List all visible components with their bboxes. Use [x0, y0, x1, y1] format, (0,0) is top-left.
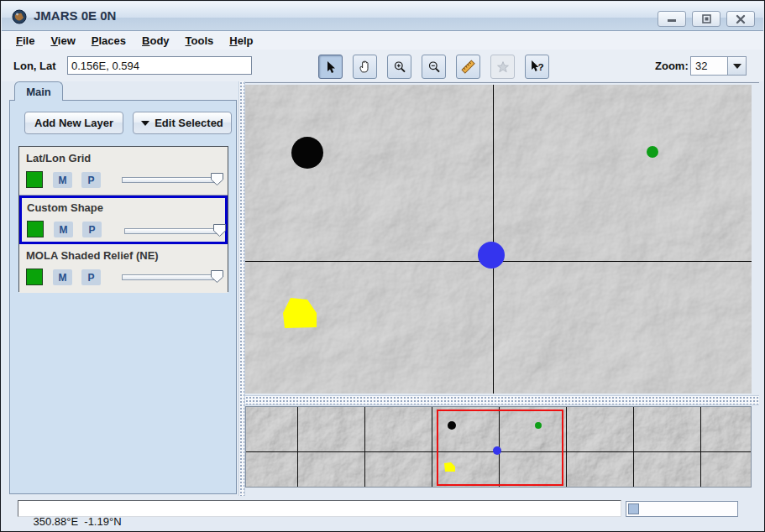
menu-bar: File View Places Body Tools Help	[2, 31, 763, 50]
map-top-border	[238, 82, 759, 83]
blue-dot-marker	[493, 446, 501, 455]
menu-tools[interactable]: Tools	[181, 33, 218, 49]
zoom-value: 32	[691, 57, 727, 75]
favorite-tool-button[interactable]	[490, 55, 515, 79]
hand-icon	[358, 60, 372, 74]
close-icon	[736, 14, 746, 24]
black-circle-marker	[291, 137, 323, 169]
cursor-coordinates: 350.88°E -1.19°N	[33, 515, 121, 528]
measure-tool-button[interactable]	[456, 55, 480, 79]
zoom-dropdown-button[interactable]	[727, 57, 746, 75]
slider-track	[122, 274, 216, 280]
control-bar: Lon, Lat	[2, 50, 763, 81]
slider-thumb[interactable]	[212, 223, 227, 237]
close-button[interactable]	[726, 11, 755, 27]
lonlat-input[interactable]	[67, 56, 252, 75]
slider-track	[122, 177, 216, 183]
layer-color-swatch[interactable]	[26, 269, 43, 285]
titlebar: JMARS 0E 0N	[2, 2, 763, 31]
menu-file[interactable]: File	[12, 33, 39, 49]
minimize-icon	[667, 16, 677, 23]
minimize-button[interactable]	[658, 11, 686, 27]
layer-row-latlon-grid[interactable]: Lat/Lon Grid M P	[19, 147, 228, 196]
slider-thumb[interactable]	[210, 269, 224, 284]
menu-help[interactable]: Help	[225, 33, 257, 49]
green-dot-marker	[647, 146, 658, 158]
svg-text:?: ?	[538, 61, 544, 72]
zoom-out-tool-button[interactable]	[422, 55, 446, 79]
layer-p-button[interactable]: P	[81, 269, 101, 285]
overview-map[interactable]	[245, 406, 752, 488]
black-dot-marker	[448, 421, 456, 430]
jmars-app-icon	[12, 9, 27, 24]
slider-thumb[interactable]	[210, 172, 224, 186]
layer-p-button[interactable]: P	[81, 172, 101, 188]
tab-main[interactable]: Main	[14, 81, 63, 101]
pan-tool-button[interactable]	[353, 55, 377, 79]
layer-opacity-slider[interactable]	[124, 223, 223, 238]
zoom-in-tool-button[interactable]	[387, 55, 411, 79]
window-title: JMARS 0E 0N	[34, 8, 116, 23]
jmars-window: JMARS 0E 0N File View Places Body Tools …	[0, 0, 765, 532]
cursor-coordinates-field: 350.88°E -1.19°N	[18, 500, 621, 517]
vertical-splitter[interactable]	[238, 81, 245, 496]
green-dot-marker	[535, 422, 542, 429]
menu-places[interactable]: Places	[87, 33, 130, 49]
magnifier-minus-icon	[427, 60, 441, 74]
chevron-down-icon	[733, 64, 741, 69]
layer-m-button[interactable]: M	[54, 222, 73, 237]
tab-main-label: Main	[26, 86, 51, 98]
investigate-tool-button[interactable]: ?	[525, 55, 549, 79]
layer-manager-panel: Add New Layer Edit Selected Lat/Lon Grid…	[9, 100, 237, 494]
dropdown-arrow-icon	[141, 121, 149, 126]
select-tool-button[interactable]	[318, 55, 343, 79]
magnifier-plus-icon	[393, 60, 406, 74]
layer-row-custom-shape[interactable]: Custom Shape M P	[19, 196, 228, 244]
blue-circle-marker	[478, 242, 505, 269]
horizontal-splitter[interactable]	[245, 395, 759, 405]
scrollbar-thumb[interactable]	[628, 503, 639, 514]
layer-name: Custom Shape	[27, 201, 103, 214]
maximize-icon	[702, 14, 711, 23]
overview-map-canvas	[246, 407, 751, 487]
arrow-question-icon: ?	[530, 60, 544, 74]
zoom-combobox[interactable]: 32	[690, 56, 747, 76]
main-map-canvas	[245, 85, 752, 394]
edit-selected-label: Edit Selected	[155, 117, 223, 129]
main-map-view[interactable]	[245, 85, 752, 394]
layer-m-button[interactable]: M	[53, 172, 72, 188]
layers-list: Lat/Lon Grid M P Custom Shape M P	[18, 146, 228, 292]
layer-opacity-slider[interactable]	[122, 269, 221, 284]
arrow-cursor-icon	[324, 60, 338, 74]
layer-p-button[interactable]: P	[82, 222, 102, 237]
menu-view[interactable]: View	[46, 33, 79, 49]
ruler-icon	[461, 60, 475, 74]
layer-name: Lat/Lon Grid	[26, 152, 91, 164]
zoom-label: Zoom:	[655, 60, 689, 72]
slider-track	[124, 228, 218, 234]
menu-body[interactable]: Body	[138, 33, 174, 49]
lonlat-label: Lon, Lat	[13, 60, 56, 72]
layer-m-button[interactable]: M	[53, 269, 72, 285]
layer-row-mola-shaded-relief[interactable]: MOLA Shaded Relief (NE) M P	[19, 244, 228, 293]
layer-opacity-slider[interactable]	[122, 172, 221, 187]
add-new-layer-label: Add New Layer	[34, 117, 113, 129]
layer-color-swatch[interactable]	[26, 171, 43, 188]
toolbar: ?	[318, 55, 549, 79]
edit-selected-button[interactable]: Edit Selected	[133, 112, 232, 134]
maximize-button[interactable]	[692, 11, 720, 27]
layer-name: MOLA Shaded Relief (NE)	[26, 249, 159, 262]
layer-color-swatch[interactable]	[27, 221, 44, 237]
mars-terrain	[245, 85, 752, 394]
horizontal-scrollbar[interactable]	[626, 501, 738, 517]
add-new-layer-button[interactable]: Add New Layer	[24, 112, 123, 134]
star-icon	[496, 60, 510, 74]
